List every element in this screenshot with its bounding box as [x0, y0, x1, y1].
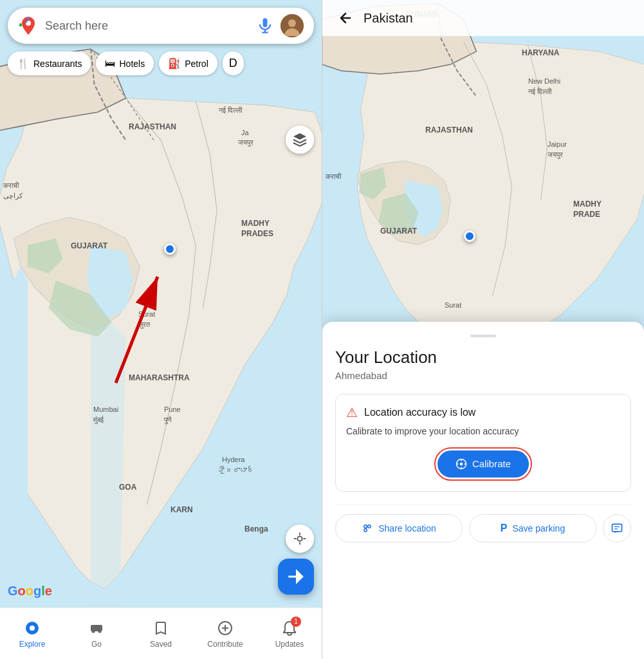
user-avatar[interactable] — [281, 14, 304, 37]
nav-item-contribute[interactable]: Contribute — [193, 619, 257, 649]
right-panel: PUNJAB HARYANA New Delhi नई दिल्ली RAJAS… — [322, 0, 644, 659]
layer-toggle-button[interactable] — [286, 125, 314, 154]
svg-point-11 — [297, 536, 302, 541]
map-background-right: PUNJAB HARYANA New Delhi नई दिल्ली RAJAS… — [322, 0, 644, 341]
accuracy-title: Location accuracy is low — [364, 407, 475, 418]
left-panel: RAJASTHAN Ja जयपुर GUJARAT MADHY PRADES … — [0, 0, 322, 659]
accuracy-header: ⚠ Location accuracy is low — [346, 405, 620, 420]
google-logo: Google — [8, 583, 53, 601]
chip-petrol[interactable]: ⛽ Petrol — [159, 51, 217, 75]
bottom-sheet: Your Location Ahmedabad ⚠ Location accur… — [322, 322, 644, 659]
svg-point-33 — [368, 524, 371, 528]
svg-rect-6 — [263, 18, 268, 27]
svg-point-32 — [364, 524, 367, 528]
chip-label-petrol: Petrol — [185, 59, 208, 69]
location-dot — [164, 243, 176, 255]
save-parking-button[interactable]: P Save parking — [469, 514, 596, 543]
svg-point-4 — [27, 17, 30, 19]
svg-point-5 — [19, 23, 22, 26]
contribute-icon — [216, 619, 234, 637]
petrol-icon: ⛽ — [168, 57, 181, 70]
save-parking-label: Save parking — [512, 523, 565, 534]
right-panel-header: Pakistan — [322, 0, 644, 36]
search-input[interactable]: Search here — [45, 19, 256, 33]
updates-badge: 1 — [291, 617, 301, 627]
chip-label-hotels: Hotels — [119, 59, 145, 69]
explore-icon — [23, 619, 41, 637]
share-location-label: Share location — [378, 523, 436, 534]
directions-fab-button[interactable] — [278, 559, 314, 595]
filter-chips: 🍴 Restaurants 🛏 Hotels ⛽ Petrol D — [8, 51, 314, 75]
nav-label-contribute: Contribute — [207, 640, 243, 649]
svg-point-27 — [460, 462, 463, 465]
my-location-icon — [293, 532, 307, 546]
svg-point-21 — [98, 629, 102, 633]
mic-icon[interactable] — [256, 17, 274, 35]
hotel-icon: 🛏 — [105, 58, 115, 70]
more-actions-button[interactable] — [603, 514, 631, 543]
location-accuracy-card: ⚠ Location accuracy is low Calibrate to … — [335, 394, 631, 492]
right-panel-title: Pakistan — [363, 11, 413, 26]
nav-label-go: Go — [91, 640, 102, 649]
nav-label-explore: Explore — [19, 640, 46, 649]
back-arrow-icon — [338, 10, 353, 26]
nav-item-saved[interactable]: Saved — [129, 619, 193, 649]
sheet-subtitle: Ahmedabad — [335, 370, 631, 381]
nav-item-updates[interactable]: 1 Updates — [257, 619, 322, 649]
nav-item-explore[interactable]: Explore — [0, 619, 64, 649]
nav-item-go[interactable]: Go — [64, 619, 129, 649]
chip-more[interactable]: D — [223, 51, 244, 75]
updates-icon: 1 — [281, 619, 299, 637]
location-dot-right — [464, 230, 475, 242]
red-arrow — [77, 257, 180, 386]
saved-icon — [152, 619, 170, 637]
directions-icon — [287, 568, 305, 586]
calibrate-button-wrapper: Calibrate — [434, 447, 532, 481]
bottom-navigation: Explore Go Saved — [0, 608, 322, 659]
restaurant-icon: 🍴 — [17, 57, 30, 70]
search-bar[interactable]: Search here — [8, 8, 314, 44]
accuracy-description: Calibrate to improve your location accur… — [346, 425, 620, 438]
svg-rect-37 — [612, 524, 622, 532]
svg-point-18 — [30, 626, 35, 631]
layers-icon — [292, 132, 308, 147]
google-maps-logo — [18, 15, 39, 36]
parking-icon: P — [501, 523, 508, 534]
chip-restaurants[interactable]: 🍴 Restaurants — [8, 51, 91, 75]
svg-point-34 — [364, 528, 367, 532]
sheet-title: Your Location — [335, 348, 631, 367]
chip-label-restaurants: Restaurants — [33, 59, 82, 69]
svg-text:Google: Google — [8, 584, 52, 598]
calibrate-icon — [455, 458, 467, 470]
more-icon: D — [229, 57, 237, 70]
my-location-button[interactable] — [286, 524, 314, 553]
chat-icon — [611, 522, 623, 535]
chip-hotels[interactable]: 🛏 Hotels — [96, 51, 154, 75]
back-button[interactable] — [333, 5, 358, 31]
nav-label-updates: Updates — [275, 640, 304, 649]
svg-point-20 — [92, 629, 95, 633]
svg-line-2 — [116, 277, 158, 383]
calibrate-button[interactable]: Calibrate — [437, 450, 529, 478]
calibrate-label: Calibrate — [472, 458, 511, 469]
share-location-icon — [362, 523, 373, 534]
warning-icon: ⚠ — [346, 405, 358, 420]
go-icon — [87, 619, 106, 637]
svg-point-10 — [288, 19, 296, 27]
bottom-action-buttons: Share location P Save parking — [335, 505, 631, 552]
share-location-button[interactable]: Share location — [335, 514, 463, 543]
sheet-drag-handle[interactable] — [470, 335, 496, 337]
map-background-left: RAJASTHAN Ja जयपुर GUJARAT MADHY PRADES … — [0, 0, 322, 659]
nav-label-saved: Saved — [150, 640, 172, 649]
